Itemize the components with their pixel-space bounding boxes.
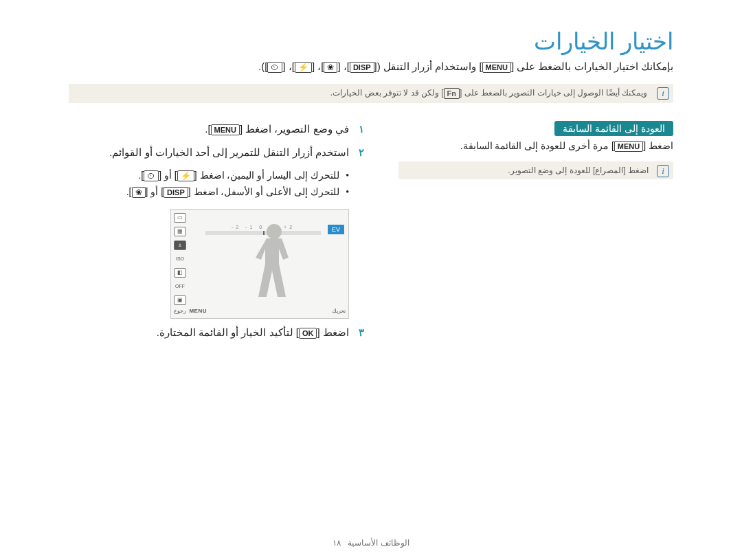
step-1-post: ]. [205,123,210,135]
ok-key: OK [299,328,317,339]
intro-suffix: ]). [258,60,267,72]
intro-line: بإمكانك اختيار الخيارات بالضغط على [MENU… [69,60,673,73]
info-icon-2: i [657,165,669,177]
quality-icon: ▦ [174,227,186,236]
timer-key-icon: ⏲ [267,62,282,73]
ev-highlight: EV [328,225,344,234]
page: اختيار الخيارات بإمكانك اختيار الخيارات … [0,0,742,560]
ev-icon: ± [174,240,186,250]
facedet-off-icon: OFF [174,282,186,291]
camera-screen: ▭ ▦ ± ISO ◧ OFF ▣ -2 -1 0 +1 +2 EV [170,209,349,319]
right-column: ١ في وضع التصوير، اضغط [MENU]. ٢ استخدم … [69,121,364,348]
b2-pre: للتحرك إلى الأعلى أو الأسفل، اضغط [ [188,186,339,197]
previous-menu-text: اضغط [MENU] مرة أخرى للعودة إلى القائمة … [398,140,673,152]
wb-icon: ◧ [174,268,186,278]
b1-or: ] أو [ [159,170,177,181]
disp-key-2: DISP [164,187,188,198]
intro-mid1: ] واستخدام أزرار التنقل ([ [374,60,482,72]
bullet-up-down: للتحرك إلى الأعلى أو الأسفل، اضغط [DISP]… [69,184,349,201]
step-2: ٢ استخدم أزرار التنقل للتمرير إلى أحد ال… [69,144,364,161]
drive-icon: ▣ [174,295,186,305]
info-note: i ويمكنك أيضًا الوصول إلى خيارات التصوير… [69,84,673,103]
step-1: ١ في وضع التصوير، اضغط [MENU]. [69,121,364,137]
b1-pre: للتحرك إلى اليسار أو اليمين، اضغط [ [194,170,339,181]
shutter-note-text: اضغط [المصراع] للعودة إلى وضع التصوير. [508,166,649,175]
b2-post: ]. [126,186,132,197]
left-column: العودة إلى القائمة السابقة اضغط [MENU] م… [398,121,673,179]
step-1-menu-key: MENU [211,124,240,135]
screen-menu-label: MENU [189,308,207,314]
step-1-number: ١ [352,121,364,137]
footer-section: الوظائف الأساسية [348,538,409,548]
note-pre: ويمكنك أيضًا الوصول إلى خيارات التصوير ب… [460,88,647,98]
flash-key-icon: ⚡ [295,62,312,73]
columns: ١ في وضع التصوير، اضغط [MENU]. ٢ استخدم … [69,121,673,348]
previous-menu-heading: العودة إلى القائمة السابقة [554,121,673,136]
iso-icon: ISO [174,254,186,264]
sep1: ]، [ [337,60,350,72]
bullet-left-right: للتحرك إلى اليسار أو اليمين، اضغط [⚡] أو… [69,168,349,184]
b1-post: ]. [138,170,144,181]
step-3-number: ٣ [352,324,364,341]
footer-page-number: ١٨ [333,538,341,548]
page-footer: الوظائف الأساسية ١٨ [0,538,742,548]
flash-key-icon-2: ⚡ [177,170,194,181]
info-icon: i [657,87,669,100]
step-3: ٣ اضغط [OK] لتأكيد الخيار أو القائمة الم… [69,324,364,341]
size-icon: ▭ [174,213,186,223]
subject-silhouette-icon [219,218,324,300]
timer-key-icon-2: ⏲ [144,170,159,181]
svg-point-0 [267,224,282,239]
step-2-number: ٢ [352,144,364,161]
shutter-note: i اضغط [المصراع] للعودة إلى وضع التصوير. [398,161,673,179]
screen-back-label: رجوع [174,308,186,314]
sep3: ]، [ [282,60,295,72]
step-2-bullets: للتحرك إلى اليسار أو اليمين، اضغط [⚡] أو… [69,168,349,201]
step-1-pre: في وضع التصوير، اضغط [ [240,123,349,135]
prev-menu-key: MENU [614,141,643,152]
sep2: ]، [ [312,60,324,72]
prev-post: ] مرة أخرى للعودة إلى القائمة السابقة. [460,140,614,151]
intro-prefix: بإمكانك اختيار الخيارات بالضغط على [ [511,60,673,72]
screen-bottom-bar: MENU رجوع تحريك [174,306,346,317]
fn-key: Fn [444,88,460,99]
screen-side-icons: ▭ ▦ ± ISO ◧ OFF ▣ [171,210,190,318]
b2-or: ] أو [ [146,186,164,197]
step-2-text: استخدم أزرار التنقل للتمرير إلى أحد الخي… [109,146,349,158]
screen-move-label: تحريك [332,308,346,314]
step-3-post: ] لتأكيد الخيار أو القائمة المختارة. [157,326,299,338]
prev-pre: اضغط [ [643,140,673,151]
macro-key-icon: ❀ [324,62,337,73]
note-post: ] ولكن قد لا تتوفر بعض الخيارات. [330,88,444,98]
menu-key: MENU [482,62,511,73]
macro-key-icon-2: ❀ [132,187,146,198]
disp-key: DISP [350,62,374,73]
page-title: اختيار الخيارات [69,27,673,55]
step-3-pre: اضغط [ [317,326,348,338]
